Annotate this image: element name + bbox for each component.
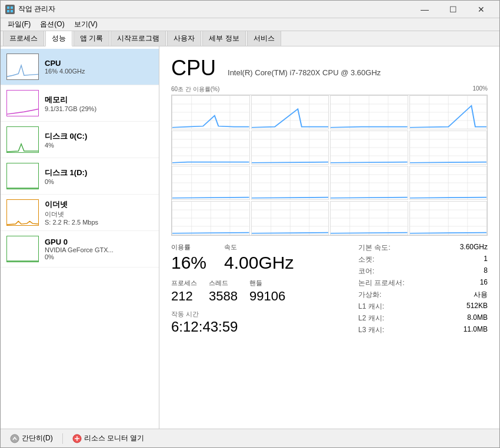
info-label-6: L2 캐시: [358, 313, 384, 323]
tab-details[interactable]: 세부 정보 [202, 31, 245, 46]
right-stats-panel: 기본 속도: 3.60GHz 소켓: 1 코어: 8 논리 프로세서: 16 [358, 243, 488, 335]
close-button[interactable]: ✕ [468, 1, 495, 18]
app-icon [5, 5, 15, 14]
info-row-0: 기본 속도: 3.60GHz [358, 243, 488, 253]
info-row-4: 가상화: 사용 [358, 290, 488, 300]
cpu-core-13 [172, 201, 250, 235]
info-value-6: 8.0MB [467, 313, 488, 323]
cpu-graphs-grid [171, 95, 488, 236]
sidebar: CPU 16% 4.00GHz 메모리 9.1/31.7GB (29%) [1, 46, 159, 429]
info-value-3: 16 [480, 278, 488, 288]
bottom-divider [62, 433, 63, 444]
cpu-core-14 [251, 201, 329, 235]
sidebar-item-disk1[interactable]: 디스크 1(D:) 0% [1, 158, 159, 195]
info-row-1: 소켓: 1 [358, 255, 488, 265]
tab-app-history[interactable]: 앱 기록 [74, 31, 109, 46]
info-row-3: 논리 프로세서: 16 [358, 278, 488, 288]
tab-users[interactable]: 사용자 [167, 31, 201, 46]
cpu-core-7 [330, 131, 408, 165]
svg-point-116 [11, 434, 19, 443]
info-label-7: L3 캐시: [358, 325, 384, 335]
cpu-core-2 [251, 95, 329, 129]
resource-monitor-icon [72, 434, 82, 443]
uptime-value: 6:12:43:59 [171, 319, 358, 335]
cpu-core-11 [330, 166, 408, 200]
info-row-7: L3 캐시: 11.0MB [358, 325, 488, 335]
cpu-core-8 [409, 131, 488, 165]
thread-group: 스레드 3588 [209, 279, 238, 304]
main-content: CPU 16% 4.00GHz 메모리 9.1/31.7GB (29%) [1, 46, 499, 429]
ethernet-sidebar-stat2: S: 2.2 R: 2.5 Mbps [45, 219, 98, 226]
info-value-7: 11.0MB [464, 325, 488, 335]
sidebar-item-cpu[interactable]: CPU 16% 4.00GHz [1, 49, 159, 85]
uptime-label: 작동 시간 [171, 310, 358, 319]
simplify-button[interactable]: 간단히(D) [8, 432, 55, 444]
sidebar-item-gpu0[interactable]: GPU 0 NVIDIA GeForce GTX... 0% [1, 231, 159, 268]
svg-rect-1 [11, 6, 13, 9]
resource-monitor-button[interactable]: 리소스 모니터 열기 [70, 432, 147, 444]
process-group: 프로세스 212 [171, 279, 197, 304]
detail-panel: CPU Intel(R) Core(TM) i7-7820X CPU @ 3.6… [159, 46, 499, 429]
disk1-sidebar-name: 디스크 1(D:) [45, 168, 87, 178]
info-label-0: 기본 속도: [358, 243, 391, 253]
cpu-core-12 [409, 166, 488, 200]
util-speed-row: 이용률 16% 속도 4.00GHz [171, 243, 358, 273]
disk0-sidebar-name: 디스크 0(C:) [45, 131, 87, 142]
window-title: 작업 관리자 [18, 4, 411, 14]
resource-monitor-label: 리소스 모니터 열기 [84, 433, 145, 443]
bottom-bar: 간단히(D) 리소스 모니터 열기 [1, 429, 499, 447]
memory-sidebar-stat: 9.1/31.7GB (29%) [45, 105, 96, 112]
process-value: 212 [171, 289, 197, 304]
info-label-2: 코어: [358, 266, 374, 276]
svg-rect-3 [11, 10, 13, 12]
minimize-button[interactable]: — [411, 1, 438, 18]
gpu0-sidebar-stat2: 0% [45, 253, 114, 260]
ethernet-sidebar-name: 이더넷 [45, 199, 98, 210]
maximize-button[interactable]: ☐ [439, 1, 466, 18]
disk1-thumbnail [6, 163, 39, 189]
utilization-group: 이용률 16% [171, 243, 206, 273]
proc-thread-handle-row: 프로세스 212 스레드 3588 핸들 99106 [171, 279, 358, 304]
menu-view[interactable]: 보기(V) [69, 18, 102, 31]
svg-rect-0 [7, 6, 9, 9]
cpu-core-5 [172, 131, 250, 165]
tab-performance[interactable]: 성능 [45, 31, 72, 46]
handle-group: 핸들 99106 [249, 279, 285, 304]
gpu0-sidebar-stat1: NVIDIA GeForce GTX... [45, 246, 114, 253]
title-bar: 작업 관리자 — ☐ ✕ [1, 1, 499, 18]
tab-startup[interactable]: 시작프로그램 [111, 31, 166, 46]
cpu-core-10 [251, 166, 329, 200]
speed-value: 4.00GHz [224, 253, 294, 273]
menu-file[interactable]: 파일(F) [3, 18, 35, 31]
speed-group: 속도 4.00GHz [224, 243, 294, 273]
disk0-thumbnail [6, 126, 39, 153]
info-row-2: 코어: 8 [358, 266, 488, 276]
simplify-label: 간단히(D) [22, 433, 53, 443]
cpu-core-16 [409, 201, 488, 235]
sidebar-item-disk0[interactable]: 디스크 0(C:) 4% [1, 122, 159, 158]
memory-thumbnail [6, 90, 39, 116]
speed-label: 속도 [224, 243, 294, 252]
main-window: 작업 관리자 — ☐ ✕ 파일(F) 옵션(O) 보기(V) 프로세스 성능 앱… [0, 0, 500, 448]
sidebar-item-memory[interactable]: 메모리 9.1/31.7GB (29%) [1, 85, 159, 122]
graph-label-left: 60초 간 이용률(%) [171, 85, 219, 93]
cpu-core-9 [172, 166, 250, 200]
info-value-0: 3.60GHz [460, 243, 488, 253]
detail-subtitle: Intel(R) Core(TM) i7-7820X CPU @ 3.60GHz [228, 68, 381, 77]
cpu-core-4 [409, 95, 488, 129]
menu-bar: 파일(F) 옵션(O) 보기(V) [1, 18, 499, 31]
utilization-label: 이용률 [171, 243, 206, 252]
menu-options[interactable]: 옵션(O) [35, 18, 69, 31]
detail-header: CPU Intel(R) Core(TM) i7-7820X CPU @ 3.6… [171, 56, 488, 81]
graph-label-right: 100% [472, 85, 488, 93]
tab-process[interactable]: 프로세스 [3, 31, 44, 46]
process-label: 프로세스 [171, 279, 197, 287]
ethernet-sidebar-stat1: 이더넷 [45, 210, 98, 219]
tab-services[interactable]: 서비스 [247, 31, 281, 46]
handle-value: 99106 [249, 289, 285, 304]
sidebar-item-ethernet[interactable]: 이더넷 이더넷 S: 2.2 R: 2.5 Mbps [1, 195, 159, 231]
cpu-graph-section: 60초 간 이용률(%) 100% [171, 85, 488, 236]
info-label-1: 소켓: [358, 255, 374, 265]
memory-sidebar-name: 메모리 [45, 95, 96, 105]
disk0-sidebar-stat: 4% [45, 142, 87, 149]
